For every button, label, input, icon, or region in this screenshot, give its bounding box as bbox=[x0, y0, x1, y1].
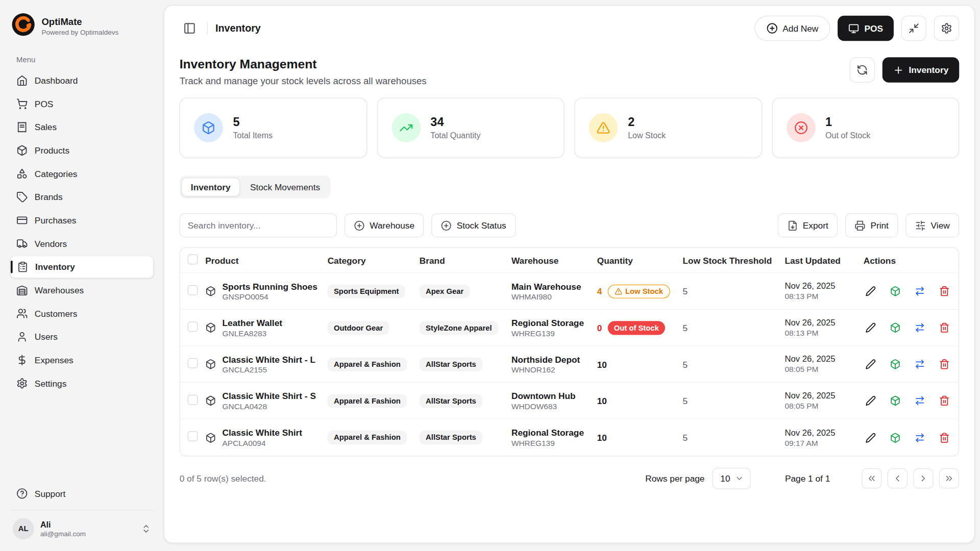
sidebar-item-purchases[interactable]: Purchases bbox=[10, 209, 154, 232]
last-page-button[interactable] bbox=[939, 468, 959, 488]
select-all-checkbox[interactable] bbox=[188, 254, 198, 264]
view-button[interactable]: View bbox=[905, 213, 959, 237]
page-indicator: Page 1 of 1 bbox=[785, 473, 830, 484]
sidebar-item-vendors[interactable]: Vendors bbox=[10, 232, 154, 255]
gear-icon bbox=[941, 22, 952, 34]
user-menu[interactable]: AL Ali ali@gmail.com bbox=[10, 510, 154, 540]
warehouse-name: Regional Storage bbox=[511, 428, 597, 438]
trash-icon bbox=[939, 395, 949, 406]
first-page-button[interactable] bbox=[862, 468, 881, 488]
quantity-value: 4 bbox=[597, 286, 602, 296]
tab-stock-movements[interactable]: Stock Movements bbox=[241, 178, 329, 196]
quantity-value: 0 bbox=[597, 322, 602, 333]
sidebar-item-dashboard[interactable]: Dashboard bbox=[10, 69, 154, 92]
sidebar-item-sales[interactable]: Sales bbox=[10, 116, 154, 138]
main-area: Inventory Add New POS bbox=[164, 0, 980, 551]
product-sku: GNCLA0428 bbox=[223, 402, 316, 411]
search-input[interactable] bbox=[180, 213, 337, 237]
delete-button[interactable] bbox=[937, 431, 951, 444]
sidebar-item-users[interactable]: Users bbox=[10, 325, 154, 348]
sidebar-item-label: Settings bbox=[35, 379, 66, 389]
row-checkbox[interactable] bbox=[188, 358, 198, 368]
edit-button[interactable] bbox=[864, 284, 877, 298]
topbar-title: Inventory bbox=[215, 22, 261, 34]
plus-circle-icon bbox=[766, 22, 777, 34]
add-new-button[interactable]: Add New bbox=[754, 16, 830, 41]
column-header-brand: Brand bbox=[420, 255, 511, 265]
brand-badge: AllStar Sports bbox=[420, 394, 482, 408]
export-button[interactable]: Export bbox=[777, 213, 838, 237]
delete-button[interactable] bbox=[937, 394, 951, 408]
stock-button[interactable] bbox=[888, 357, 902, 371]
category-badge: Apparel & Fashion bbox=[328, 431, 407, 444]
print-button[interactable]: Print bbox=[845, 213, 898, 237]
transfer-button[interactable] bbox=[913, 284, 926, 298]
updated-time: 08:05 PM bbox=[785, 402, 854, 410]
sidebar-item-pos[interactable]: POS bbox=[10, 92, 154, 115]
sidebar: OptiMate Powered by Optimaldevs Menu Das… bbox=[0, 0, 164, 551]
transfer-button[interactable] bbox=[913, 394, 926, 408]
stock-status-filter-button[interactable]: Stock Status bbox=[431, 213, 516, 237]
sidebar-item-customers[interactable]: Customers bbox=[10, 302, 154, 324]
sidebar-toggle-button[interactable] bbox=[180, 18, 200, 38]
warehouse-filter-button[interactable]: Warehouse bbox=[345, 213, 424, 237]
settings-button[interactable] bbox=[934, 16, 959, 41]
prev-page-button[interactable] bbox=[888, 468, 908, 488]
sidebar-item-inventory[interactable]: Inventory bbox=[10, 256, 154, 278]
edit-button[interactable] bbox=[864, 431, 877, 444]
sidebar-item-settings[interactable]: Settings bbox=[10, 372, 154, 394]
add-inventory-button[interactable]: Inventory bbox=[883, 57, 960, 82]
clipboard-icon bbox=[17, 261, 28, 272]
row-checkbox[interactable] bbox=[188, 321, 198, 332]
pencil-icon bbox=[865, 322, 876, 333]
transfer-button[interactable] bbox=[913, 431, 926, 444]
transfer-button[interactable] bbox=[913, 321, 926, 335]
sidebar-item-brands[interactable]: Brands bbox=[10, 186, 154, 208]
edit-button[interactable] bbox=[864, 321, 877, 335]
transfer-button[interactable] bbox=[913, 357, 926, 371]
trash-icon bbox=[939, 286, 949, 296]
row-checkbox[interactable] bbox=[188, 431, 198, 441]
category-badge: Apparel & Fashion bbox=[328, 357, 407, 371]
brand-badge: AllStar Sports bbox=[420, 431, 482, 444]
stock-button[interactable] bbox=[888, 394, 902, 408]
rows-per-page-select[interactable]: 10 bbox=[712, 468, 751, 489]
transfer-icon bbox=[914, 432, 925, 443]
edit-button[interactable] bbox=[864, 357, 877, 371]
row-checkbox[interactable] bbox=[188, 394, 198, 405]
sidebar-item-expenses[interactable]: Expenses bbox=[10, 349, 154, 371]
sidebar-item-categories[interactable]: Categories bbox=[10, 162, 154, 185]
stock-button[interactable] bbox=[888, 284, 902, 298]
next-page-button[interactable] bbox=[913, 468, 933, 488]
product-name: Classic White Shirt - L bbox=[223, 354, 315, 364]
threshold-value: 5 bbox=[683, 322, 785, 333]
stock-button[interactable] bbox=[888, 321, 902, 335]
sidebar-item-warehouses[interactable]: Warehouses bbox=[10, 279, 154, 302]
rows-per-page-label: Rows per page bbox=[645, 473, 704, 484]
stat-label: Total Quantity bbox=[430, 131, 480, 141]
sidebar-item-support[interactable]: Support bbox=[10, 482, 154, 505]
delete-button[interactable] bbox=[937, 284, 951, 298]
product-name: Classic White Shirt - S bbox=[223, 391, 316, 401]
plus-icon bbox=[893, 64, 904, 75]
delete-button[interactable] bbox=[937, 321, 951, 335]
transfer-icon bbox=[914, 322, 925, 333]
refresh-button[interactable] bbox=[850, 57, 875, 82]
main-card: Inventory Add New POS bbox=[164, 5, 975, 543]
updated-date: Nov 26, 2025 bbox=[785, 282, 854, 291]
chevrons-left-icon bbox=[867, 473, 877, 484]
sidebar-item-products[interactable]: Products bbox=[10, 139, 154, 162]
row-checkbox[interactable] bbox=[188, 285, 198, 295]
sidebar-item-label: Sales bbox=[35, 122, 57, 132]
delete-button[interactable] bbox=[937, 357, 951, 371]
tab-inventory[interactable]: Inventory bbox=[181, 178, 240, 196]
fullscreen-button[interactable] bbox=[901, 16, 926, 41]
product-sku: APCLA0094 bbox=[223, 439, 302, 447]
pos-button[interactable]: POS bbox=[838, 16, 894, 41]
stock-button[interactable] bbox=[888, 431, 902, 444]
sidebar-nav: Dashboard POS Sales Products Categories … bbox=[10, 69, 154, 395]
updated-date: Nov 26, 2025 bbox=[785, 355, 854, 364]
package-icon bbox=[890, 286, 900, 296]
quantity-value: 10 bbox=[597, 359, 607, 369]
edit-button[interactable] bbox=[864, 394, 877, 408]
